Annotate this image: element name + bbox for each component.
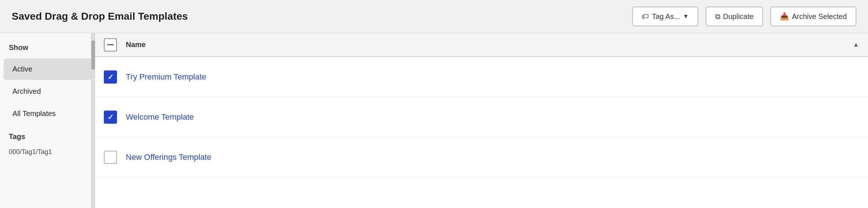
chevron-down-icon: ▼ <box>683 13 689 20</box>
sidebar: Show Active Archived All Templates Tags … <box>0 33 95 208</box>
all-templates-item-label: All Templates <box>12 109 56 118</box>
sidebar-item-active[interactable]: Active <box>4 58 91 80</box>
row-checkbox-1[interactable] <box>104 70 117 84</box>
page-header: Saved Drag & Drop Email Templates 🏷 Tag … <box>0 0 868 33</box>
table-header: Name ▲ <box>95 33 868 57</box>
tags-section-label: Tags <box>0 125 95 145</box>
sidebar-scrollbar-thumb[interactable] <box>91 41 95 70</box>
row-checkbox-3[interactable] <box>104 151 117 164</box>
table-row: Try Premium Template <box>95 57 868 97</box>
tag-as-button[interactable]: 🏷 Tag As... ▼ <box>632 7 698 26</box>
archived-item-label: Archived <box>12 87 41 96</box>
template-link-2[interactable]: Welcome Template <box>126 112 194 122</box>
tag-icon: 🏷 <box>642 12 649 21</box>
active-item-label: Active <box>12 65 32 73</box>
sidebar-item-archived[interactable]: Archived <box>4 81 91 102</box>
sidebar-scrollbar[interactable] <box>91 33 95 208</box>
tag-button-label: Tag As... <box>652 12 680 21</box>
row-checkbox-2[interactable] <box>104 111 117 124</box>
main-layout: Show Active Archived All Templates Tags … <box>0 33 868 208</box>
duplicate-button-label: Duplicate <box>723 12 754 21</box>
archive-button-label: Archive Selected <box>792 12 847 21</box>
duplicate-button[interactable]: ⧉ Duplicate <box>706 7 763 26</box>
table-row: New Offerings Template <box>95 137 868 177</box>
name-column-header: Name <box>126 41 853 49</box>
template-link-1[interactable]: Try Premium Template <box>126 72 206 82</box>
archive-icon: 📥 <box>780 12 789 21</box>
sidebar-item-all-templates[interactable]: All Templates <box>4 103 91 124</box>
show-section-label: Show <box>0 43 95 58</box>
archive-selected-button[interactable]: 📥 Archive Selected <box>770 7 856 26</box>
table-row: Welcome Template <box>95 97 868 137</box>
select-all-checkbox[interactable] <box>104 38 117 51</box>
page-title: Saved Drag & Drop Email Templates <box>12 11 188 22</box>
sidebar-tag-item[interactable]: 000/Tag1/Tag1 <box>0 145 95 159</box>
template-link-3[interactable]: New Offerings Template <box>126 153 211 162</box>
minus-icon <box>107 44 114 45</box>
content-area: Name ▲ Try Premium Template Welcome Temp… <box>95 33 868 208</box>
sort-arrow-icon[interactable]: ▲ <box>853 41 859 49</box>
duplicate-icon: ⧉ <box>715 12 720 21</box>
